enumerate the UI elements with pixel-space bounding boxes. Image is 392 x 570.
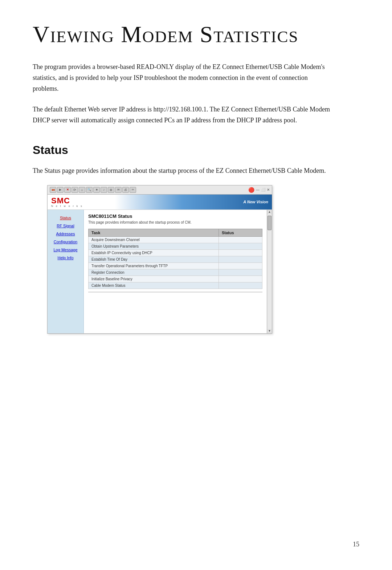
- table-row: Transfer Operational Parameters through …: [89, 262, 262, 269]
- table-header-task: Task: [89, 229, 219, 236]
- forward-button[interactable]: ▶: [57, 187, 64, 193]
- print-button[interactable]: 🖨: [122, 187, 129, 193]
- mail-button[interactable]: ✉: [115, 187, 122, 193]
- task-cell: Register Connection: [89, 269, 219, 276]
- media-button[interactable]: ♪: [101, 187, 107, 193]
- sidebar-item-status[interactable]: Status: [50, 216, 81, 220]
- task-cell: Initialize Baseline Privacy: [89, 276, 219, 282]
- task-cell: Establish Time Of Day: [89, 256, 219, 262]
- browser-window: ● ◀ ▶ ✕ ⟳ ⌂ 🔍 ★ ♪ ⊕ ✉ 🖨 ✏ 🔴 — ⬜ ✕ SMC N …: [47, 185, 272, 334]
- task-cell: Establish IP Connectivity using DHCP: [89, 249, 219, 256]
- home-button[interactable]: ⌂: [79, 187, 85, 193]
- sidebar-item-configuration[interactable]: Configuration: [50, 240, 81, 244]
- search-button[interactable]: 🔍: [86, 187, 93, 193]
- table-row: Register Connection: [89, 269, 262, 276]
- status-table: Task Status Acquire Downstream ChannelOb…: [88, 229, 262, 289]
- page-number: 15: [353, 541, 359, 548]
- task-cell: Acquire Downstream Channel: [89, 236, 219, 243]
- sidebar-item-addresses[interactable]: Addresses: [50, 232, 81, 236]
- close-button[interactable]: ✕: [267, 188, 270, 192]
- scroll-thumb[interactable]: [268, 216, 271, 230]
- smc-header: SMC N e t w o r k s A New Vision: [48, 195, 272, 210]
- minimize-button[interactable]: —: [256, 188, 260, 192]
- main-panel: SMC8011CM Status This page provides info…: [84, 210, 267, 333]
- table-row: Establish Time Of Day: [89, 256, 262, 262]
- sidebar-item-log-message[interactable]: Log Message: [50, 248, 81, 252]
- edit-button[interactable]: ✏: [130, 187, 136, 193]
- scroll-track: [267, 214, 272, 329]
- browser-toolbar: ● ◀ ▶ ✕ ⟳ ⌂ 🔍 ★ ♪ ⊕ ✉ 🖨 ✏ 🔴 — ⬜ ✕: [48, 186, 272, 195]
- scroll-up-button[interactable]: ▲: [268, 211, 271, 213]
- task-cell: Transfer Operational Parameters through …: [89, 262, 219, 269]
- sidebar-item-help-info[interactable]: Help Info: [50, 256, 81, 260]
- browser-content-area: Status RF Signal Addresses Configuration…: [48, 210, 272, 333]
- status-section-title: Status: [33, 143, 359, 157]
- favorites-button[interactable]: ★: [93, 187, 100, 193]
- status-cell: [219, 243, 262, 249]
- page-title: Viewing Modem Statistics: [33, 22, 359, 47]
- task-cell: Cable Modem Status: [89, 282, 219, 289]
- maximize-button[interactable]: ⬜: [261, 188, 265, 192]
- history-button[interactable]: ⊕: [108, 187, 114, 193]
- status-cell: [219, 276, 262, 282]
- browser-inner: Status RF Signal Addresses Configuration…: [48, 210, 267, 333]
- smc-tagline: A New Vision: [243, 200, 268, 204]
- status-cell: [219, 256, 262, 262]
- table-header-status: Status: [219, 229, 262, 236]
- bottom-line: [88, 292, 262, 292]
- vertical-scrollbar[interactable]: ▲ ▼: [267, 210, 272, 333]
- status-cell: [219, 262, 262, 269]
- table-row: Establish IP Connectivity using DHCP: [89, 249, 262, 256]
- stop-button[interactable]: ✕: [64, 187, 71, 193]
- task-cell: Obtain Upstream Parameters: [89, 243, 219, 249]
- status-cell: [219, 282, 262, 289]
- browser-toolbar-left: ● ◀ ▶ ✕ ⟳ ⌂ 🔍 ★ ♪ ⊕ ✉ 🖨 ✏: [50, 187, 136, 193]
- refresh-button[interactable]: ⟳: [72, 187, 78, 193]
- scroll-down-button[interactable]: ▼: [268, 330, 271, 333]
- intro-paragraph-1: The program provides a browser-based REA…: [33, 62, 330, 94]
- status-cell: [219, 236, 262, 243]
- smc-logo-sub: N e t w o r k s: [51, 205, 83, 207]
- browser-window-controls: 🔴 — ⬜ ✕: [248, 187, 270, 193]
- table-row: Initialize Baseline Privacy: [89, 276, 262, 282]
- status-cell: [219, 269, 262, 276]
- status-cell: [219, 249, 262, 256]
- status-section-description: The Status page provides information abo…: [33, 166, 330, 176]
- back-button[interactable]: ● ◀: [50, 187, 56, 193]
- window-icon: 🔴: [248, 187, 254, 193]
- table-row: Obtain Upstream Parameters: [89, 243, 262, 249]
- smc-logo: SMC N e t w o r k s: [51, 197, 83, 207]
- table-row: Acquire Downstream Channel: [89, 236, 262, 243]
- sidebar: Status RF Signal Addresses Configuration…: [48, 210, 84, 333]
- intro-paragraph-2: The default Ethernet Web server IP addre…: [33, 104, 330, 126]
- sidebar-item-rf-signal[interactable]: RF Signal: [50, 224, 81, 228]
- smc-logo-text: SMC: [51, 197, 70, 205]
- browser-body: Status RF Signal Addresses Configuration…: [48, 210, 267, 333]
- panel-description: This page provides information about the…: [88, 220, 262, 224]
- table-row: Cable Modem Status: [89, 282, 262, 289]
- panel-title: SMC8011CM Status: [88, 213, 262, 219]
